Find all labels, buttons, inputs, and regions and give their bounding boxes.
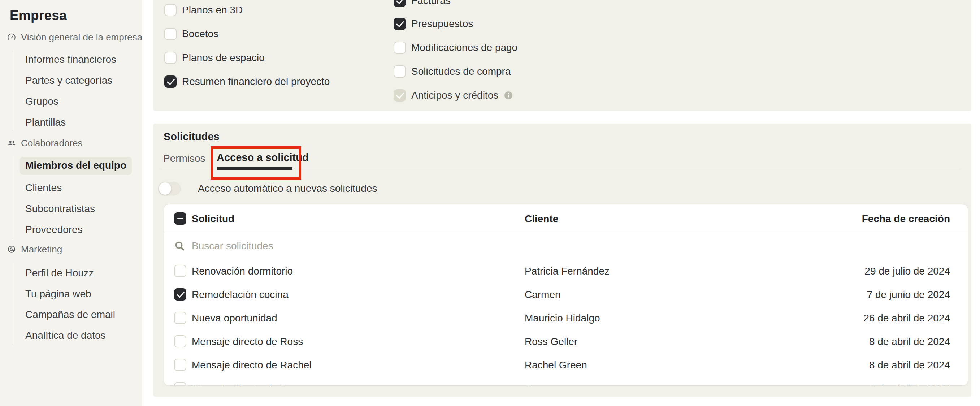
indent-guide — [11, 156, 12, 239]
info-icon[interactable] — [504, 91, 512, 99]
target-icon — [7, 245, 16, 254]
row-checkbox[interactable] — [174, 359, 186, 371]
request-name: Mensaje directo de Ross — [192, 336, 303, 347]
table-row[interactable]: Remodelación cocina Carmen 7 de junio de… — [164, 283, 968, 306]
checkbox-row: Resumen financiero del proyecto — [164, 75, 330, 88]
sidebar-item-collaborators[interactable]: Colaboradores — [21, 138, 83, 148]
checkbox-label: Resumen financiero del proyecto — [182, 76, 330, 88]
checkbox-row: Facturas — [394, 0, 451, 7]
gauge-icon — [7, 32, 16, 42]
row-checkbox[interactable] — [174, 382, 186, 386]
client-name: Carmen — [525, 383, 561, 386]
checkbox-project-financial-summary[interactable] — [164, 75, 177, 88]
toggle-knob — [159, 182, 171, 195]
table-row[interactable]: Nueva oportunidad Mauricio Hidalgo 26 de… — [164, 306, 968, 330]
sidebar-item-templates[interactable]: Plantillas — [25, 117, 66, 128]
checkbox-label: Presupuestos — [411, 18, 473, 30]
row-checkbox[interactable] — [174, 335, 186, 347]
creation-date: 26 de abril de 2024 — [863, 312, 950, 324]
select-all-checkbox[interactable] — [174, 212, 186, 224]
search-input[interactable] — [192, 239, 480, 253]
client-name: Carmen — [525, 289, 561, 301]
sidebar-item-your-website[interactable]: Tu página web — [25, 288, 91, 300]
checkbox-3d-plans[interactable] — [164, 4, 177, 16]
sidebar: Empresa Visión general de la empresa Inf… — [0, 0, 142, 406]
checkbox-row: Planos en 3D — [164, 3, 243, 17]
checkbox-row: Bocetos — [164, 27, 218, 40]
request-name: Mensaje directo de Rachel — [192, 360, 312, 371]
table-row[interactable]: Mensaje directo de Ross Ross Geller 8 de… — [164, 330, 968, 353]
checkbox-row: Presupuestos — [394, 18, 473, 30]
checkbox-row: Anticipos y créditos — [394, 89, 512, 102]
sidebar-item-data-analytics[interactable]: Analítica de datos — [25, 330, 106, 341]
checkbox-purchase-orders[interactable] — [394, 65, 406, 78]
page-title: Empresa — [10, 8, 67, 23]
sidebar-item-financial-reports[interactable]: Informes financieros — [25, 54, 116, 65]
checkbox-label: Anticipos y créditos — [411, 89, 498, 101]
request-name: Nueva oportunidad — [192, 312, 277, 324]
sidebar-item-parts-categories[interactable]: Partes y categorías — [25, 75, 112, 86]
checkbox-row: Modificaciones de pago — [394, 41, 517, 54]
checkbox-row: Solicitudes de compra — [394, 65, 511, 78]
creation-date: 8 de abril de 2024 — [869, 336, 950, 347]
sidebar-item-company-overview[interactable]: Visión general de la empresa — [21, 32, 142, 43]
sidebar-item-subcontractors[interactable]: Subcontratistas — [25, 203, 95, 215]
table-row[interactable]: Mensaje directo de Rachel Rachel Green 8… — [164, 353, 968, 377]
checkbox-invoices[interactable] — [394, 0, 406, 7]
checkbox-space-plans[interactable] — [164, 52, 177, 64]
client-name: Patricia Fernández — [525, 266, 609, 277]
table-row[interactable]: Renovación dormitorio Patricia Fernández… — [164, 260, 968, 283]
requests-panel: Solicitudes Permisos Acceso a solicitud … — [153, 124, 971, 396]
toggle-label: Acceso automático a nuevas solicitudes — [198, 182, 377, 195]
table-row[interactable]: Mensaje directo de Joey Carmen 8 de abri… — [164, 377, 968, 386]
request-name: Remodelación cocina — [192, 289, 288, 301]
creation-date: 8 de abril de 2024 — [869, 360, 950, 371]
checkbox-label: Facturas — [411, 0, 451, 6]
sidebar-item-clients[interactable]: Clientes — [25, 182, 62, 194]
row-checkbox[interactable] — [174, 312, 186, 324]
client-name: Ross Geller — [525, 336, 578, 347]
section-title: Solicitudes — [164, 131, 220, 143]
document-permissions-panel: Planos en 3D Bocetos Planos de espacio R… — [153, 0, 971, 111]
table-header-row: Solicitud Cliente Fecha de creación — [164, 204, 968, 233]
sidebar-item-team-members[interactable]: Miembros del equipo — [25, 160, 126, 171]
column-header-request: Solicitud — [192, 213, 234, 224]
checkbox-label: Bocetos — [182, 28, 218, 40]
column-header-client: Cliente — [525, 213, 558, 224]
request-name: Mensaje directo de Joey — [192, 383, 302, 386]
people-icon — [7, 139, 16, 148]
checkbox-retainers-credits[interactable] — [394, 89, 406, 102]
company-settings-page: Empresa Visión general de la empresa Inf… — [0, 0, 980, 406]
client-name: Rachel Green — [525, 360, 587, 371]
row-checkbox[interactable] — [174, 265, 186, 277]
checkbox-row: Planos de espacio — [164, 51, 265, 64]
creation-date: 8 de abril de 2024 — [869, 383, 950, 386]
row-checkbox[interactable] — [174, 288, 186, 301]
indent-guide — [11, 49, 12, 131]
checkbox-change-orders[interactable] — [394, 41, 406, 54]
tab-acceso-a-solicitud[interactable]: Acceso a solicitud — [216, 151, 309, 164]
requests-table: Solicitud Cliente Fecha de creación Reno… — [164, 204, 968, 386]
table-search-row — [164, 233, 968, 260]
creation-date: 29 de julio de 2024 — [864, 266, 950, 277]
tab-permisos[interactable]: Permisos — [163, 153, 205, 165]
checkbox-sketches[interactable] — [164, 28, 177, 40]
sidebar-item-groups[interactable]: Grupos — [25, 96, 59, 107]
auto-access-toggle[interactable] — [158, 182, 181, 196]
checkbox-label: Solicitudes de compra — [411, 66, 511, 77]
checkbox-label: Planos de espacio — [182, 52, 265, 64]
client-name: Mauricio Hidalgo — [525, 312, 600, 324]
sidebar-item-email-campaigns[interactable]: Campañas de email — [25, 309, 115, 320]
sidebar-item-suppliers[interactable]: Proveedores — [25, 224, 83, 236]
checkbox-label: Modificaciones de pago — [411, 42, 517, 53]
indent-guide — [11, 263, 12, 345]
checkbox-estimates[interactable] — [394, 18, 406, 30]
sidebar-item-houzz-profile[interactable]: Perfil de Houzz — [25, 267, 94, 279]
search-icon — [174, 240, 186, 252]
creation-date: 7 de junio de 2024 — [867, 289, 950, 301]
column-header-created: Fecha de creación — [862, 213, 950, 224]
checkbox-label: Planos en 3D — [182, 4, 243, 16]
request-name: Renovación dormitorio — [192, 266, 293, 277]
sidebar-item-marketing[interactable]: Marketing — [21, 244, 62, 255]
tabs-divider — [161, 170, 961, 170]
